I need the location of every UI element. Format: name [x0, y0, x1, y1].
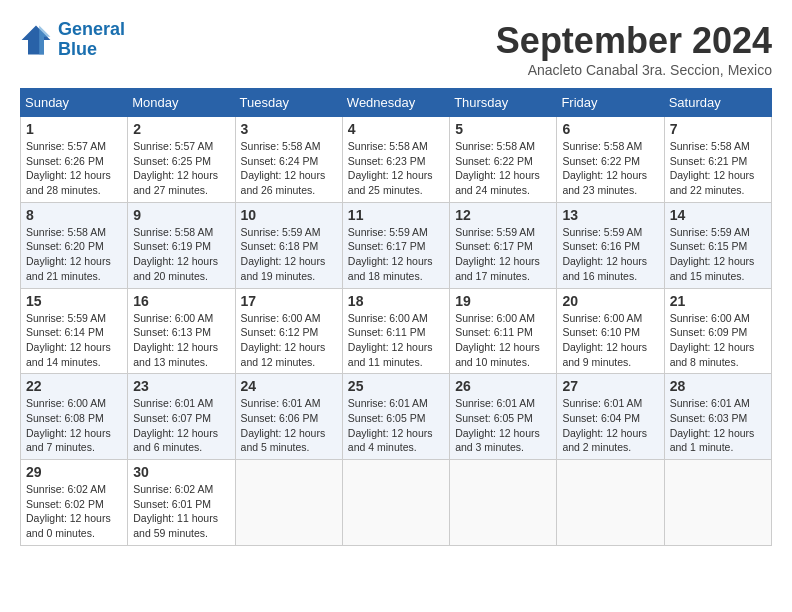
day-number: 21	[670, 293, 766, 309]
day-number: 11	[348, 207, 444, 223]
day-info: Sunrise: 5:57 AM Sunset: 6:25 PM Dayligh…	[133, 139, 229, 198]
calendar-cell: 26Sunrise: 6:01 AM Sunset: 6:05 PM Dayli…	[450, 374, 557, 460]
calendar-cell: 13Sunrise: 5:59 AM Sunset: 6:16 PM Dayli…	[557, 202, 664, 288]
calendar-week-5: 29Sunrise: 6:02 AM Sunset: 6:02 PM Dayli…	[21, 460, 772, 546]
calendar-cell: 25Sunrise: 6:01 AM Sunset: 6:05 PM Dayli…	[342, 374, 449, 460]
day-info: Sunrise: 6:00 AM Sunset: 6:12 PM Dayligh…	[241, 311, 337, 370]
day-info: Sunrise: 5:57 AM Sunset: 6:26 PM Dayligh…	[26, 139, 122, 198]
day-number: 20	[562, 293, 658, 309]
weekday-header-tuesday: Tuesday	[235, 89, 342, 117]
weekday-header-sunday: Sunday	[21, 89, 128, 117]
calendar-cell: 17Sunrise: 6:00 AM Sunset: 6:12 PM Dayli…	[235, 288, 342, 374]
day-info: Sunrise: 6:00 AM Sunset: 6:13 PM Dayligh…	[133, 311, 229, 370]
day-info: Sunrise: 6:00 AM Sunset: 6:11 PM Dayligh…	[348, 311, 444, 370]
day-number: 3	[241, 121, 337, 137]
day-info: Sunrise: 6:01 AM Sunset: 6:05 PM Dayligh…	[348, 396, 444, 455]
calendar-cell: 22Sunrise: 6:00 AM Sunset: 6:08 PM Dayli…	[21, 374, 128, 460]
calendar-cell: 14Sunrise: 5:59 AM Sunset: 6:15 PM Dayli…	[664, 202, 771, 288]
day-number: 25	[348, 378, 444, 394]
calendar-week-4: 22Sunrise: 6:00 AM Sunset: 6:08 PM Dayli…	[21, 374, 772, 460]
calendar-cell: 28Sunrise: 6:01 AM Sunset: 6:03 PM Dayli…	[664, 374, 771, 460]
day-info: Sunrise: 5:59 AM Sunset: 6:14 PM Dayligh…	[26, 311, 122, 370]
day-number: 5	[455, 121, 551, 137]
weekday-header-thursday: Thursday	[450, 89, 557, 117]
day-number: 6	[562, 121, 658, 137]
day-number: 27	[562, 378, 658, 394]
day-number: 17	[241, 293, 337, 309]
calendar-cell	[342, 460, 449, 546]
day-number: 4	[348, 121, 444, 137]
calendar-week-3: 15Sunrise: 5:59 AM Sunset: 6:14 PM Dayli…	[21, 288, 772, 374]
header: General Blue September 2024 Anacleto Can…	[20, 20, 772, 78]
day-info: Sunrise: 5:59 AM Sunset: 6:17 PM Dayligh…	[455, 225, 551, 284]
calendar-cell	[235, 460, 342, 546]
calendar-cell: 5Sunrise: 5:58 AM Sunset: 6:22 PM Daylig…	[450, 117, 557, 203]
weekday-header-saturday: Saturday	[664, 89, 771, 117]
day-number: 10	[241, 207, 337, 223]
weekday-header-wednesday: Wednesday	[342, 89, 449, 117]
day-number: 13	[562, 207, 658, 223]
calendar-week-1: 1Sunrise: 5:57 AM Sunset: 6:26 PM Daylig…	[21, 117, 772, 203]
day-info: Sunrise: 5:58 AM Sunset: 6:19 PM Dayligh…	[133, 225, 229, 284]
day-number: 15	[26, 293, 122, 309]
day-number: 14	[670, 207, 766, 223]
day-number: 30	[133, 464, 229, 480]
calendar-cell: 4Sunrise: 5:58 AM Sunset: 6:23 PM Daylig…	[342, 117, 449, 203]
day-number: 26	[455, 378, 551, 394]
weekday-header-friday: Friday	[557, 89, 664, 117]
calendar-cell: 7Sunrise: 5:58 AM Sunset: 6:21 PM Daylig…	[664, 117, 771, 203]
day-number: 9	[133, 207, 229, 223]
month-title: September 2024	[496, 20, 772, 62]
calendar-cell: 16Sunrise: 6:00 AM Sunset: 6:13 PM Dayli…	[128, 288, 235, 374]
day-info: Sunrise: 5:59 AM Sunset: 6:16 PM Dayligh…	[562, 225, 658, 284]
day-number: 12	[455, 207, 551, 223]
day-number: 18	[348, 293, 444, 309]
logo-text: General Blue	[58, 20, 125, 60]
calendar-cell	[557, 460, 664, 546]
day-info: Sunrise: 5:59 AM Sunset: 6:15 PM Dayligh…	[670, 225, 766, 284]
day-info: Sunrise: 6:00 AM Sunset: 6:10 PM Dayligh…	[562, 311, 658, 370]
day-info: Sunrise: 6:01 AM Sunset: 6:04 PM Dayligh…	[562, 396, 658, 455]
calendar-cell: 27Sunrise: 6:01 AM Sunset: 6:04 PM Dayli…	[557, 374, 664, 460]
calendar-week-2: 8Sunrise: 5:58 AM Sunset: 6:20 PM Daylig…	[21, 202, 772, 288]
calendar-cell: 1Sunrise: 5:57 AM Sunset: 6:26 PM Daylig…	[21, 117, 128, 203]
calendar-cell: 8Sunrise: 5:58 AM Sunset: 6:20 PM Daylig…	[21, 202, 128, 288]
calendar-cell: 21Sunrise: 6:00 AM Sunset: 6:09 PM Dayli…	[664, 288, 771, 374]
day-info: Sunrise: 5:58 AM Sunset: 6:22 PM Dayligh…	[455, 139, 551, 198]
logo-line1: General	[58, 19, 125, 39]
calendar-cell: 15Sunrise: 5:59 AM Sunset: 6:14 PM Dayli…	[21, 288, 128, 374]
day-info: Sunrise: 6:01 AM Sunset: 6:06 PM Dayligh…	[241, 396, 337, 455]
calendar-cell: 6Sunrise: 5:58 AM Sunset: 6:22 PM Daylig…	[557, 117, 664, 203]
day-info: Sunrise: 6:02 AM Sunset: 6:01 PM Dayligh…	[133, 482, 229, 541]
day-info: Sunrise: 6:00 AM Sunset: 6:11 PM Dayligh…	[455, 311, 551, 370]
day-info: Sunrise: 6:00 AM Sunset: 6:09 PM Dayligh…	[670, 311, 766, 370]
day-info: Sunrise: 5:58 AM Sunset: 6:23 PM Dayligh…	[348, 139, 444, 198]
title-area: September 2024 Anacleto Canabal 3ra. Sec…	[496, 20, 772, 78]
logo-icon	[20, 24, 52, 56]
day-number: 29	[26, 464, 122, 480]
day-info: Sunrise: 5:59 AM Sunset: 6:18 PM Dayligh…	[241, 225, 337, 284]
calendar-cell: 2Sunrise: 5:57 AM Sunset: 6:25 PM Daylig…	[128, 117, 235, 203]
calendar-cell: 12Sunrise: 5:59 AM Sunset: 6:17 PM Dayli…	[450, 202, 557, 288]
logo: General Blue	[20, 20, 125, 60]
day-number: 22	[26, 378, 122, 394]
calendar-cell: 3Sunrise: 5:58 AM Sunset: 6:24 PM Daylig…	[235, 117, 342, 203]
calendar-cell: 19Sunrise: 6:00 AM Sunset: 6:11 PM Dayli…	[450, 288, 557, 374]
calendar-cell: 24Sunrise: 6:01 AM Sunset: 6:06 PM Dayli…	[235, 374, 342, 460]
day-info: Sunrise: 5:58 AM Sunset: 6:21 PM Dayligh…	[670, 139, 766, 198]
day-info: Sunrise: 6:01 AM Sunset: 6:03 PM Dayligh…	[670, 396, 766, 455]
day-info: Sunrise: 6:01 AM Sunset: 6:05 PM Dayligh…	[455, 396, 551, 455]
day-number: 23	[133, 378, 229, 394]
day-info: Sunrise: 6:02 AM Sunset: 6:02 PM Dayligh…	[26, 482, 122, 541]
day-number: 24	[241, 378, 337, 394]
day-number: 1	[26, 121, 122, 137]
day-info: Sunrise: 6:01 AM Sunset: 6:07 PM Dayligh…	[133, 396, 229, 455]
calendar-cell: 29Sunrise: 6:02 AM Sunset: 6:02 PM Dayli…	[21, 460, 128, 546]
day-number: 16	[133, 293, 229, 309]
day-number: 28	[670, 378, 766, 394]
day-number: 2	[133, 121, 229, 137]
calendar-cell: 20Sunrise: 6:00 AM Sunset: 6:10 PM Dayli…	[557, 288, 664, 374]
day-info: Sunrise: 5:58 AM Sunset: 6:22 PM Dayligh…	[562, 139, 658, 198]
location-title: Anacleto Canabal 3ra. Seccion, Mexico	[496, 62, 772, 78]
calendar-cell: 18Sunrise: 6:00 AM Sunset: 6:11 PM Dayli…	[342, 288, 449, 374]
